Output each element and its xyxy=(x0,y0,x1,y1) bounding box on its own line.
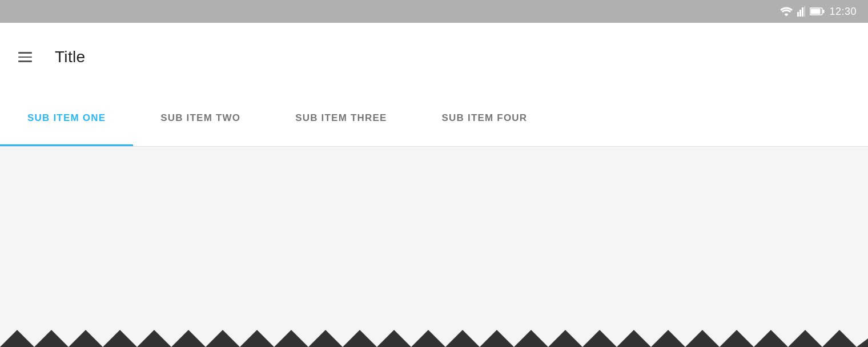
tab-sub-item-one[interactable]: SUB ITEM ONE xyxy=(0,91,133,146)
svg-rect-3 xyxy=(804,6,805,17)
bottom-zigzag xyxy=(0,330,868,347)
hamburger-line-2 xyxy=(18,57,32,58)
hamburger-line-3 xyxy=(18,60,32,62)
tabs-container: SUB ITEM ONE SUB ITEM TWO SUB ITEM THREE… xyxy=(0,91,868,147)
status-time: 12:30 xyxy=(829,6,857,18)
tab-sub-item-two[interactable]: SUB ITEM TWO xyxy=(133,91,268,146)
svg-rect-1 xyxy=(799,10,801,17)
content-area xyxy=(0,147,868,330)
wifi-icon xyxy=(780,7,793,16)
status-icons: 12:30 xyxy=(780,6,857,18)
svg-rect-5 xyxy=(811,9,821,14)
hamburger-line-1 xyxy=(18,52,32,54)
svg-rect-2 xyxy=(802,7,803,17)
tab-sub-item-three[interactable]: SUB ITEM THREE xyxy=(268,91,414,146)
svg-marker-7 xyxy=(0,330,868,347)
hamburger-menu-button[interactable] xyxy=(14,47,37,67)
svg-rect-0 xyxy=(797,12,799,17)
signal-icon xyxy=(797,6,805,17)
tab-sub-item-four[interactable]: SUB ITEM FOUR xyxy=(415,91,555,146)
battery-icon xyxy=(810,7,825,15)
app-title: Title xyxy=(55,48,85,66)
svg-rect-6 xyxy=(823,10,825,13)
tabs-bar: SUB ITEM ONE SUB ITEM TWO SUB ITEM THREE… xyxy=(0,91,868,146)
status-bar: 12:30 xyxy=(0,0,868,23)
app-bar: Title xyxy=(0,23,868,91)
